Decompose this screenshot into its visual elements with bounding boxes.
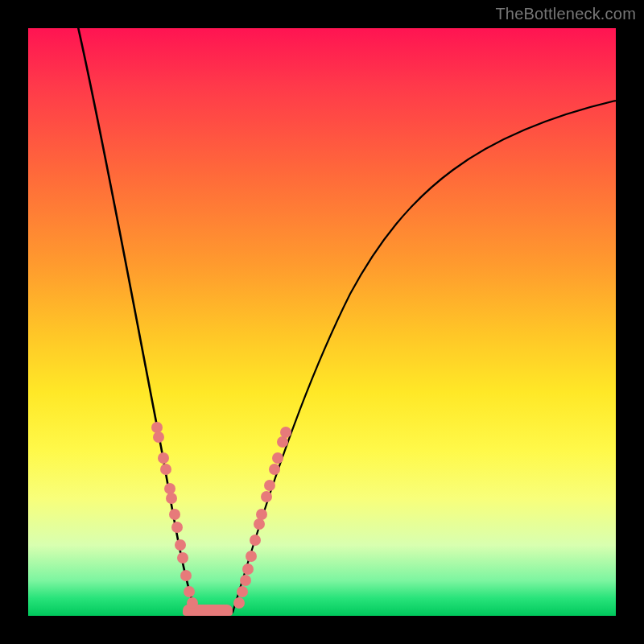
data-point [169, 509, 180, 520]
data-point [250, 535, 261, 546]
data-point [153, 431, 164, 443]
data-point [171, 522, 183, 533]
data-point [160, 464, 171, 475]
data-point [175, 539, 186, 551]
chart-plot-area [28, 28, 616, 616]
data-point [166, 493, 177, 504]
data-point [184, 586, 195, 597]
data-point [280, 427, 291, 438]
data-point [269, 464, 280, 475]
data-point [246, 551, 257, 562]
data-point [272, 452, 283, 464]
data-point [177, 552, 188, 564]
bottleneck-curve [28, 28, 616, 616]
data-point [242, 564, 254, 575]
data-point [261, 491, 272, 502]
data-point [180, 570, 192, 581]
watermark-text: TheBottleneck.com [495, 5, 636, 23]
data-point [187, 597, 198, 609]
data-point [277, 436, 288, 448]
data-point [237, 586, 248, 597]
data-point [240, 575, 251, 586]
data-point [256, 509, 267, 520]
data-point [264, 480, 275, 491]
curve-right-branch [233, 101, 616, 613]
data-point [233, 597, 245, 609]
data-point [158, 452, 169, 464]
data-point [254, 518, 265, 530]
